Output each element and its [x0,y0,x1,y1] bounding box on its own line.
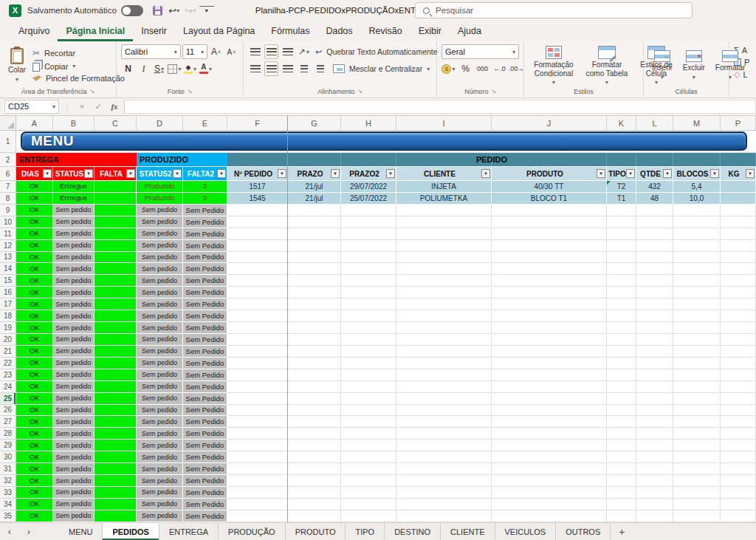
cell-K13[interactable] [607,252,636,264]
cell-H27[interactable] [341,416,396,428]
cell-E31[interactable]: Sem Pedido [183,463,227,475]
cell-M15[interactable] [673,275,721,287]
cell-J11[interactable] [492,228,607,240]
cell-G17[interactable] [288,298,341,310]
cell-G13[interactable] [288,252,341,264]
number-dialog-launcher[interactable]: ↘ [491,88,496,95]
cell-L8[interactable]: 48 [636,193,673,205]
cell-D24[interactable]: Sem pedido [137,381,183,393]
filter-button-A[interactable]: ▼ [43,169,52,178]
cell-F9[interactable] [227,205,288,216]
filter-button-P[interactable]: ▼ [746,169,755,178]
cell-L14[interactable] [636,263,673,275]
row-header-32[interactable]: 32 [0,475,16,487]
cell-P19[interactable] [721,322,756,334]
cell-C35[interactable] [94,510,137,522]
sheet-tab-veiculos[interactable]: VEICULOS [495,523,557,540]
cell-L24[interactable] [636,381,673,393]
cell-C24[interactable] [94,381,137,393]
cell-C8[interactable] [94,193,137,205]
row-header-34[interactable]: 34 [0,499,16,510]
cell-B30[interactable]: Sem pedido [53,451,94,463]
cell-A27[interactable]: OK [16,416,53,428]
cell-M22[interactable] [673,358,721,369]
cell-K11[interactable] [607,228,636,240]
cell-F26[interactable] [227,405,288,417]
cell-M25[interactable] [673,393,721,405]
align-center-button[interactable] [264,61,278,76]
borders-button[interactable]: ▾ [168,61,182,76]
header-cell-C6[interactable]: FALTA▼ [94,167,137,181]
cell-H17[interactable] [341,298,396,310]
cell-F20[interactable] [227,334,288,346]
row-header-10[interactable]: 10 [0,216,16,228]
cell-G7[interactable]: 21/jul [288,181,341,193]
cell-E23[interactable]: Sem Pedido [183,369,227,381]
cell-F30[interactable] [227,451,288,463]
menu-tab-revisão[interactable]: Revisão [361,22,410,41]
cell-M12[interactable] [673,240,721,252]
sheet-tab-destino[interactable]: DESTINO [385,523,441,540]
copy-dropdown-icon[interactable]: ▾ [72,63,75,69]
cell-L26[interactable] [636,405,673,417]
align-middle-button[interactable] [264,44,278,59]
cell-C25[interactable] [94,393,137,405]
header-cell-B6[interactable]: STATUS▼ [53,167,94,181]
column-header-P[interactable]: P [721,116,756,130]
cell-I14[interactable] [396,263,492,275]
cell-F18[interactable] [227,310,288,322]
font-color-dropdown-icon[interactable]: ▾ [209,66,212,72]
sheet-tab-pedidos[interactable]: PEDIDOS [103,523,159,540]
cell-C16[interactable] [94,287,137,298]
cell-A14[interactable]: OK [16,263,53,275]
paste-dropdown-icon[interactable]: ▾ [16,76,18,83]
cell-I16[interactable] [396,287,492,298]
cell-G9[interactable] [288,205,341,216]
cell-M19[interactable] [673,322,721,334]
cell-I31[interactable] [396,463,492,475]
cell-F27[interactable] [227,416,288,428]
row-header-23[interactable]: 23 [0,369,16,381]
cell-P15[interactable] [721,275,756,287]
row-header-1[interactable]: 1 [0,131,16,153]
cell-K20[interactable] [607,334,636,346]
cell-L20[interactable] [636,334,673,346]
header-cell-I6[interactable]: CLIENTE▼ [396,167,492,181]
cell-J26[interactable] [492,405,607,417]
copy-button[interactable]: Copiar▾ [32,61,125,72]
menu-tab-exibir[interactable]: Exibir [410,22,450,41]
cell-I29[interactable] [396,440,492,451]
column-header-K[interactable]: K [607,116,636,130]
cell-L16[interactable] [636,287,673,298]
cell-G15[interactable] [288,275,341,287]
row-header-29[interactable]: 29 [0,440,16,451]
cell-P7[interactable] [721,181,756,193]
cell-B17[interactable]: Sem pedido [53,298,94,310]
cell-L35[interactable] [636,510,673,522]
cell-D29[interactable]: Sem pedido [137,440,183,451]
row-header-16[interactable]: 16 [0,287,16,298]
cell-G28[interactable] [288,428,341,440]
cell-K16[interactable] [607,287,636,298]
header-cell-G6[interactable]: PRAZO▼ [288,167,341,181]
cell-L9[interactable] [636,205,673,216]
cell-I19[interactable] [396,322,492,334]
cell-G27[interactable] [288,416,341,428]
cell-D28[interactable]: Sem pedido [137,428,183,440]
cell-I9[interactable] [396,205,492,216]
cell-K28[interactable] [607,428,636,440]
cell-L10[interactable] [636,216,673,228]
cell-H10[interactable] [341,216,396,228]
fill-color-dropdown-icon[interactable]: ▾ [193,66,196,72]
cell-E9[interactable]: Sem Pedido [183,205,227,216]
cell-P30[interactable] [721,451,756,463]
cell-M32[interactable] [673,475,721,487]
cell-D7[interactable]: Produzido [137,181,183,193]
cell-C30[interactable] [94,451,137,463]
font-size-select[interactable]: 11▾ [182,44,207,59]
header-cell-K6[interactable]: TIPO▼ [607,167,636,181]
cell-K22[interactable] [607,358,636,369]
cancel-button[interactable]: × [75,102,89,111]
row-header-11[interactable]: 11 [0,228,16,240]
cell-A18[interactable]: OK [16,310,53,322]
